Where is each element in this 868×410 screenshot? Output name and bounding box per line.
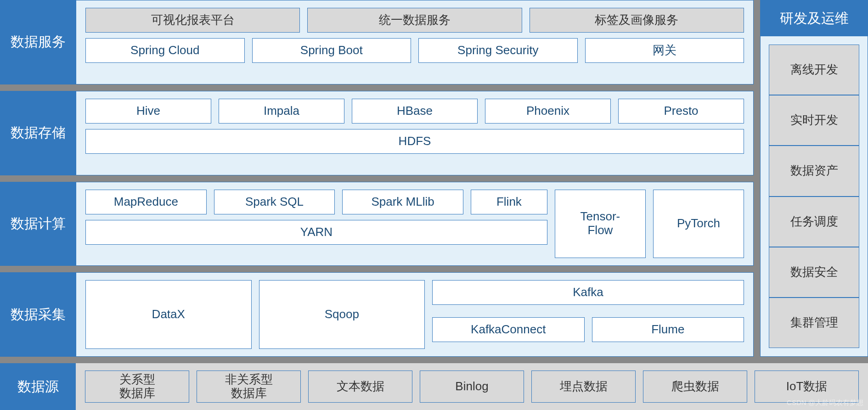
source-rdb: 关系型 数据库 bbox=[85, 371, 189, 403]
layer-compute: 数据计算 MapReduce Spark SQL Spark MLlib Fli… bbox=[0, 182, 754, 266]
sidebar-item-security: 数据安全 bbox=[769, 247, 859, 298]
sidebar-item-offline: 离线开发 bbox=[769, 45, 859, 95]
spring-boot: Spring Boot bbox=[252, 38, 411, 63]
spark-sql: Spark SQL bbox=[214, 190, 335, 214]
gateway: 网关 bbox=[585, 38, 744, 63]
layer-ingest: 数据采集 DataX Sqoop Kafka KafkaConnect Flum… bbox=[0, 272, 754, 357]
source-nosql: 非关系型 数据库 bbox=[197, 371, 301, 403]
layer-compute-label: 数据计算 bbox=[0, 182, 76, 266]
hbase: HBase bbox=[352, 99, 478, 124]
sidebar-item-realtime: 实时开发 bbox=[769, 95, 859, 146]
hive: Hive bbox=[85, 99, 211, 124]
architecture-diagram: 数据服务 可视化报表平台 统一数据服务 标签及画像服务 Spring Cloud… bbox=[0, 0, 868, 410]
impala: Impala bbox=[219, 99, 344, 124]
kafka: Kafka bbox=[432, 280, 744, 305]
sqoop: Sqoop bbox=[259, 280, 425, 349]
datax: DataX bbox=[85, 280, 252, 349]
watermark: CSDN @大龄码农有梦想 bbox=[787, 399, 863, 407]
sidebar-devops: 研发及运维 离线开发 实时开发 数据资产 任务调度 数据安全 集群管理 bbox=[760, 0, 868, 357]
spring-security: Spring Security bbox=[418, 38, 578, 63]
layer-source-label: 数据源 bbox=[0, 363, 76, 410]
mapreduce: MapReduce bbox=[85, 190, 207, 214]
flink: Flink bbox=[471, 190, 547, 214]
layer-service: 数据服务 可视化报表平台 统一数据服务 标签及画像服务 Spring Cloud… bbox=[0, 0, 754, 84]
layer-source: 数据源 关系型 数据库 非关系型 数据库 文本数据 Binlog 埋点数据 爬虫… bbox=[0, 363, 868, 410]
layer-service-label: 数据服务 bbox=[0, 0, 76, 84]
service-profile: 标签及画像服务 bbox=[530, 8, 744, 33]
pytorch: PyTorch bbox=[653, 190, 744, 258]
source-crawler: 爬虫数据 bbox=[643, 371, 747, 403]
layer-storage: 数据存储 Hive Impala HBase Phoenix Presto HD… bbox=[0, 91, 754, 175]
sidebar-item-schedule: 任务调度 bbox=[769, 197, 859, 247]
hdfs: HDFS bbox=[85, 129, 744, 154]
service-platform: 可视化报表平台 bbox=[85, 8, 300, 33]
sidebar-item-cluster: 集群管理 bbox=[769, 298, 859, 348]
source-iot: IoT数据 bbox=[755, 371, 859, 403]
tensorflow: Tensor- Flow bbox=[555, 190, 646, 258]
phoenix: Phoenix bbox=[485, 99, 611, 124]
spark-mllib: Spark MLlib bbox=[342, 190, 463, 214]
yarn: YARN bbox=[85, 220, 547, 245]
layer-ingest-label: 数据采集 bbox=[0, 272, 76, 357]
source-text: 文本数据 bbox=[308, 371, 412, 403]
flume: Flume bbox=[592, 317, 744, 342]
layer-storage-label: 数据存储 bbox=[0, 91, 76, 175]
source-binlog: Binlog bbox=[420, 371, 524, 403]
sidebar-item-asset: 数据资产 bbox=[769, 146, 859, 196]
source-tracking: 埋点数据 bbox=[531, 371, 636, 403]
sidebar-title: 研发及运维 bbox=[761, 0, 868, 36]
presto: Presto bbox=[618, 99, 744, 124]
spring-cloud: Spring Cloud bbox=[85, 38, 245, 63]
service-unified: 统一数据服务 bbox=[307, 8, 522, 33]
kafka-connect: KafkaConnect bbox=[432, 317, 585, 342]
